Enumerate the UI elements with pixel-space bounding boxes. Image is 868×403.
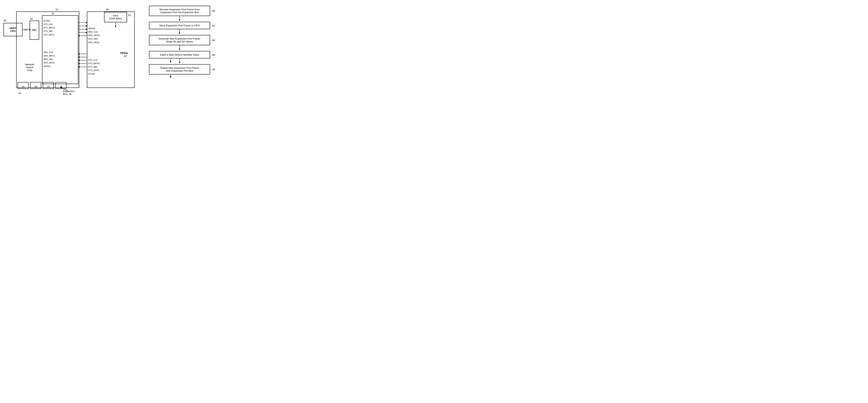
signal-erx-clk2: ERX_CLK <box>88 30 100 34</box>
signal-erx-sb2: ERX_SB2 <box>88 37 100 40</box>
port-boxes: 14 14 14 14 <box>18 82 66 89</box>
flow-step4-wrapper: Insert a New Device Identifier Value 66 <box>140 51 217 58</box>
signal-erxd2: ERXD2 <box>88 27 100 30</box>
signal-etx-clk: ETX_CLK <box>43 23 55 26</box>
fifo-line2: (1526 Bytes) <box>109 17 122 20</box>
label-10: 10 <box>18 92 21 95</box>
flow-step5-wrapper: Output New Expansion Port Frameonto Expa… <box>140 64 217 74</box>
svg-marker-33 <box>170 76 172 78</box>
signal-etx-info2: ETX_INFO2 <box>88 62 100 65</box>
pci-text: PCI <box>32 29 36 32</box>
signal-erx-req2: ERX_REQ2 <box>88 41 100 44</box>
fifo-line1: FIFO <box>113 14 118 17</box>
diagram-container: 20 HOSTCPU 22 12 18 PCI 16 NetworkSwitch… <box>0 0 217 101</box>
signal-erx-req1: ERX_REQ1 <box>43 61 55 64</box>
fifo-box: FIFO (1526 Bytes) <box>104 12 127 22</box>
flow-step1-wrapper: Receive Expansion Port Frame fromExpansi… <box>140 6 217 16</box>
signal-etxd2: ETXD2 <box>88 72 100 75</box>
label-34: 34 <box>124 55 126 58</box>
signal-erx-info1: ERX_INFO1 <box>43 54 55 58</box>
port-box-1: 14 <box>18 82 29 89</box>
signal-etx-gnt1: ETX_GNT1 <box>43 33 55 36</box>
label-60: 60 <box>212 9 215 12</box>
svg-marker-35 <box>179 20 180 21</box>
signal-etx-sb1: ETX_SB1 <box>43 29 55 33</box>
signal-etxd1: ETXD1 <box>43 19 55 23</box>
signals-right-top: ERXD2 ERX_CLK ERX_INFO2 ERX_SB2 ERX_REQ2 <box>88 27 100 44</box>
fpga-box <box>87 11 135 88</box>
signal-erx-clk: ERX_CLK <box>43 51 55 54</box>
network-switch-label: NetworkSwitchChip <box>18 63 41 72</box>
flow-arrow-4 <box>140 58 217 64</box>
svg-marker-39 <box>179 49 180 50</box>
flow-arrow-2 <box>140 29 217 35</box>
svg-marker-41 <box>179 62 180 63</box>
flow-step2-wrapper: Store Expansion Port Frame In FIFO 62 <box>140 22 217 29</box>
fpga-label: FPGA <box>120 52 128 55</box>
flowchart: Receive Expansion Port Frame fromExpansi… <box>140 6 217 74</box>
host-cpu-text: HOSTCPU <box>9 27 17 32</box>
label-62: 62 <box>212 24 215 27</box>
signal-erxd1: ERXD1 <box>43 65 55 68</box>
signal-erx-sb1: ERX_SB1 <box>43 58 55 61</box>
pci-box: PCI <box>30 21 39 40</box>
svg-marker-37 <box>179 33 180 34</box>
label-32: 32 <box>128 14 131 17</box>
flow-step3: Generate New Expansion Port Frame:Swap S… <box>149 35 210 45</box>
label-20: 20 <box>3 19 6 22</box>
label-64: 64 <box>212 39 215 42</box>
port-box-2: 14 <box>30 82 41 89</box>
flow-step3-wrapper: Generate New Expansion Port Frame:Swap S… <box>140 35 217 45</box>
flow-step5: Output New Expansion Port Frameonto Expa… <box>149 64 210 74</box>
flow-step2: Store Expansion Port Frame In FIFO 62 <box>149 22 210 29</box>
signal-etx-sb2: ETX_SB2 <box>88 65 100 68</box>
expansion-bus-label: ExpansionBus, 36 <box>63 90 75 95</box>
signal-etx-clk2: ETX_CLK <box>88 58 100 62</box>
signals-left-bottom: ERX_CLK ERX_INFO1 ERX_SB1 ERX_REQ1 ERXD1 <box>43 51 55 68</box>
signal-etx-info1: ETX_INFO1 <box>43 26 55 29</box>
port-box-4: 14 <box>55 82 66 89</box>
signals-right-bottom: ETX_CLK ETX_INFO2 ETX_SB2 ETX_GNT2 ETXD2 <box>88 58 100 75</box>
label-12: 12 <box>55 8 58 11</box>
label-66: 66 <box>212 53 215 56</box>
label-18: 18 <box>30 18 32 20</box>
signal-etx-gnt2: ETX_GNT2 <box>88 68 100 72</box>
flow-step4: Insert a New Device Identifier Value 66 <box>149 51 210 58</box>
label-68: 68 <box>212 68 215 71</box>
flow-arrow-3 <box>140 45 217 51</box>
label-30: 30 <box>106 8 109 11</box>
label-16: 16 <box>52 12 54 15</box>
signal-erx-info2: ERX_INFO2 <box>88 34 100 37</box>
flow-arrow-1 <box>140 16 217 22</box>
port-box-3: 14 <box>43 82 54 89</box>
flow-step1: Receive Expansion Port Frame fromExpansi… <box>149 6 210 16</box>
signals-left-top: ETXD1 ETX_CLK ETX_INFO1 ETX_SB1 ETX_GNT1 <box>43 19 55 36</box>
